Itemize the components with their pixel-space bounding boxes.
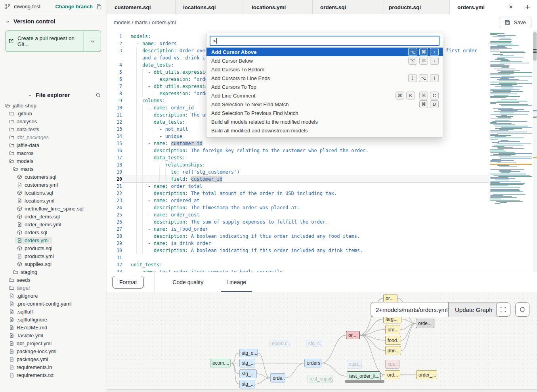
lineage-node[interactable]: stg_... bbox=[239, 359, 255, 367]
lineage-node[interactable]: stg_... bbox=[239, 380, 255, 388]
command-item[interactable]: Add Cursor Above⌥⌘↑ bbox=[206, 48, 443, 56]
editor-scrollbar[interactable] bbox=[533, 30, 537, 272]
tree-item[interactable]: orders.sql bbox=[0, 228, 107, 236]
tree-item[interactable]: supplies.sql bbox=[0, 260, 107, 268]
new-tab-button[interactable]: + bbox=[523, 3, 533, 11]
tree-item[interactable]: customers.yml bbox=[0, 181, 107, 189]
lineage-node[interactable]: orde... bbox=[416, 319, 434, 328]
tree-item[interactable]: products.sql bbox=[0, 244, 107, 252]
search-icon[interactable] bbox=[96, 92, 101, 98]
file-explorer-header[interactable]: File explorer bbox=[0, 92, 107, 98]
command-item[interactable]: Add Cursor Below⌥⌘↓ bbox=[206, 56, 443, 65]
command-item[interactable]: Add Line Comment⌘K⌘C bbox=[206, 91, 443, 100]
lineage-node[interactable]: or... bbox=[346, 331, 360, 339]
command-item[interactable]: Add Selection To Previous Find Match bbox=[206, 109, 443, 117]
tree-item[interactable]: .gitignore bbox=[0, 292, 107, 300]
tab-customers.sql[interactable]: customers.sql bbox=[107, 0, 176, 14]
lineage-node[interactable]: order_... bbox=[416, 370, 437, 379]
tree-item[interactable]: staging bbox=[0, 268, 107, 276]
version-control-header[interactable]: Version control bbox=[0, 18, 107, 25]
code-token: A boolean indicating if this order inclu… bbox=[188, 233, 359, 239]
copy-icon[interactable] bbox=[96, 4, 102, 10]
minimap[interactable] bbox=[490, 33, 532, 207]
tree-item[interactable]: models bbox=[0, 157, 107, 165]
tab-lineage[interactable]: Lineage bbox=[226, 272, 246, 292]
tree-item[interactable]: README.md bbox=[0, 323, 107, 331]
tree-item[interactable]: Taskfile.yml bbox=[0, 331, 107, 339]
tree-item[interactable]: .github bbox=[0, 109, 107, 117]
lineage-node[interactable]: ord... bbox=[385, 325, 400, 334]
lineage-node[interactable]: or... bbox=[383, 294, 397, 302]
lineage-panel[interactable]: or...larg...ord...orde...food...drin...o… bbox=[107, 292, 537, 389]
tree-item[interactable]: requirements.in bbox=[0, 363, 107, 371]
minimap-line bbox=[490, 47, 507, 48]
tree-item[interactable]: .sqlfluff bbox=[0, 308, 107, 316]
horizontal-scrollbar-track[interactable] bbox=[107, 389, 537, 392]
lineage-node[interactable]: orders bbox=[304, 359, 321, 367]
command-item[interactable]: Build all modified and downstream models bbox=[206, 126, 443, 135]
lineage-node[interactable]: ecom.... bbox=[210, 359, 231, 367]
tree-item[interactable]: analyses bbox=[0, 117, 107, 125]
change-branch-link[interactable]: Change branch bbox=[55, 4, 93, 10]
format-button[interactable]: Format bbox=[112, 276, 144, 289]
lineage-node[interactable]: stg_... bbox=[239, 369, 257, 378]
code-editor[interactable]: 1models:2- name: orders3description: Ord… bbox=[107, 30, 537, 272]
tree-item[interactable]: .sqlfluffignore bbox=[0, 316, 107, 323]
command-item[interactable]: Add Cursors To Bottom bbox=[206, 65, 443, 74]
lineage-node[interactable]: orde... bbox=[270, 373, 285, 382]
tree-item-pill: supplies.sql bbox=[15, 261, 55, 268]
lineage-filter-input[interactable]: 2+models/marts/orders.yml+ bbox=[371, 302, 448, 317]
close-icon[interactable]: × bbox=[509, 3, 513, 11]
tree-item[interactable]: metricflow_time_spine.sql bbox=[0, 205, 107, 212]
code-token: The foreign key relating to the customer… bbox=[188, 148, 368, 153]
tree-item[interactable]: requirements.txt bbox=[0, 371, 107, 379]
tab-orders.yml[interactable]: orders.yml× bbox=[450, 0, 518, 14]
tab-products.sql[interactable]: products.sql bbox=[381, 0, 450, 14]
tree-item[interactable]: packages.yml bbox=[0, 355, 107, 363]
tab-locations.yml[interactable]: locations.yml bbox=[244, 0, 313, 14]
tree-item[interactable]: locations.yml bbox=[0, 197, 107, 205]
create-pr-button-main[interactable]: Create a pull request on Git... bbox=[6, 31, 84, 52]
lineage-node[interactable]: ord... bbox=[385, 370, 400, 379]
lineage-node[interactable]: drin... bbox=[385, 346, 401, 355]
tree-item[interactable]: package-lock.yml bbox=[0, 347, 107, 355]
tab-code-quality[interactable]: Code quality bbox=[172, 272, 203, 292]
command-item[interactable]: Add Cursors To Top bbox=[206, 82, 443, 91]
tree-item[interactable]: seeds bbox=[0, 276, 107, 284]
lineage-node[interactable]: food... bbox=[385, 336, 401, 345]
editor-scrollbar-thumb[interactable] bbox=[533, 32, 537, 61]
tree-item[interactable]: data-tests bbox=[0, 125, 107, 133]
command-item[interactable]: Add Selection To Next Find Match⌘D bbox=[206, 100, 443, 109]
tree-item[interactable]: macros bbox=[0, 149, 107, 157]
tree-item[interactable]: .pre-commit-config.yaml bbox=[0, 300, 107, 308]
lineage-node[interactable]: stg_o... bbox=[239, 349, 258, 357]
tree-item[interactable]: jaffle-data bbox=[0, 141, 107, 149]
lineage-hscrollbar-thumb[interactable] bbox=[345, 380, 384, 383]
command-palette-input[interactable]: > bbox=[210, 36, 440, 46]
tree-item[interactable]: order_items.sql bbox=[0, 212, 107, 220]
command-item-label: Build all modified and downstream models bbox=[211, 128, 308, 134]
create-pr-dropdown[interactable] bbox=[84, 31, 101, 52]
command-item[interactable]: Add Cursors to Line Ends⇧⌥I bbox=[206, 74, 443, 82]
tree-item[interactable]: jaffle-shop bbox=[0, 101, 107, 109]
tree-item[interactable]: order_items.yml bbox=[0, 220, 107, 228]
tab-orders.sql[interactable]: orders.sql bbox=[313, 0, 381, 14]
update-graph-button[interactable]: Update Graph bbox=[448, 302, 499, 317]
tree-item[interactable]: target bbox=[0, 284, 107, 292]
minimap-line bbox=[499, 129, 514, 130]
fullscreen-button[interactable] bbox=[496, 302, 510, 317]
tree-item[interactable]: products.yml bbox=[0, 252, 107, 260]
tab-locations.sql[interactable]: locations.sql bbox=[176, 0, 244, 14]
minimap-line bbox=[490, 174, 526, 174]
refresh-button[interactable] bbox=[515, 302, 529, 317]
create-pr-button[interactable]: Create a pull request on Git... bbox=[6, 31, 101, 52]
command-item[interactable]: Build all models related to the modified… bbox=[206, 117, 443, 126]
tree-item[interactable]: locations.sql bbox=[0, 189, 107, 197]
tree-item[interactable]: dbt_project.yml bbox=[0, 339, 107, 347]
tree-item[interactable]: marts bbox=[0, 165, 107, 173]
tree-item[interactable]: dbt_packages bbox=[0, 133, 107, 141]
minimap-line bbox=[499, 166, 517, 167]
tree-item[interactable]: customers.sql bbox=[0, 173, 107, 181]
tree-item[interactable]: orders.yml bbox=[0, 236, 107, 244]
save-button[interactable]: Save bbox=[499, 17, 531, 28]
